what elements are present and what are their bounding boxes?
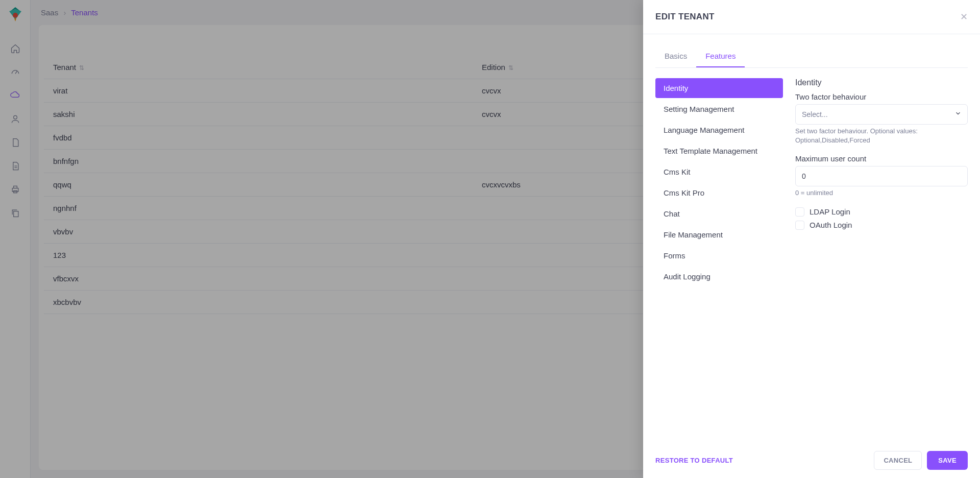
drawer-footer: RESTORE TO DEFAULT CANCEL SAVE <box>643 443 980 478</box>
tab-features[interactable]: Features <box>696 46 745 67</box>
two-factor-help: Set two factor behaviour. Optional value… <box>795 127 968 145</box>
edit-tenant-drawer: EDIT TENANT ✕ Basics Features IdentitySe… <box>643 0 980 478</box>
drawer-tabs: Basics Features <box>655 46 968 68</box>
oauth-label: OAuth Login <box>810 221 852 229</box>
max-user-input[interactable] <box>795 166 968 186</box>
tab-basics[interactable]: Basics <box>655 46 696 67</box>
max-user-help: 0 = unlimited <box>795 188 968 198</box>
ldap-checkbox[interactable] <box>795 207 804 217</box>
two-factor-label: Two factor behaviour <box>795 92 968 101</box>
drawer-body: Basics Features IdentitySetting Manageme… <box>643 34 980 443</box>
oauth-login-row[interactable]: OAuth Login <box>795 221 968 230</box>
two-factor-select[interactable]: Select... <box>795 104 968 125</box>
ldap-label: LDAP Login <box>810 207 850 216</box>
cancel-button[interactable]: CANCEL <box>874 451 922 470</box>
drawer-header: EDIT TENANT ✕ <box>643 0 980 34</box>
save-button[interactable]: SAVE <box>927 451 968 470</box>
feature-nav-item[interactable]: Cms Kit <box>655 162 783 182</box>
feature-nav-item[interactable]: File Management <box>655 225 783 245</box>
feature-nav-item[interactable]: Forms <box>655 246 783 266</box>
feature-nav-item[interactable]: Audit Logging <box>655 267 783 286</box>
feature-content: Identity Two factor behaviour Select... … <box>795 78 968 288</box>
oauth-checkbox[interactable] <box>795 221 804 230</box>
close-icon[interactable]: ✕ <box>960 11 968 22</box>
feature-nav: IdentitySetting ManagementLanguage Manag… <box>655 78 783 288</box>
feature-nav-item[interactable]: Chat <box>655 204 783 224</box>
feature-nav-item[interactable]: Setting Management <box>655 99 783 119</box>
ldap-login-row[interactable]: LDAP Login <box>795 207 968 217</box>
feature-nav-item[interactable]: Cms Kit Pro <box>655 183 783 203</box>
max-user-label: Maximum user count <box>795 154 968 163</box>
feature-nav-item[interactable]: Identity <box>655 78 783 98</box>
drawer-title: EDIT TENANT <box>655 12 715 22</box>
feature-nav-item[interactable]: Language Management <box>655 120 783 140</box>
feature-nav-item[interactable]: Text Template Management <box>655 141 783 161</box>
feature-heading: Identity <box>795 78 968 87</box>
restore-default-button[interactable]: RESTORE TO DEFAULT <box>655 457 733 464</box>
